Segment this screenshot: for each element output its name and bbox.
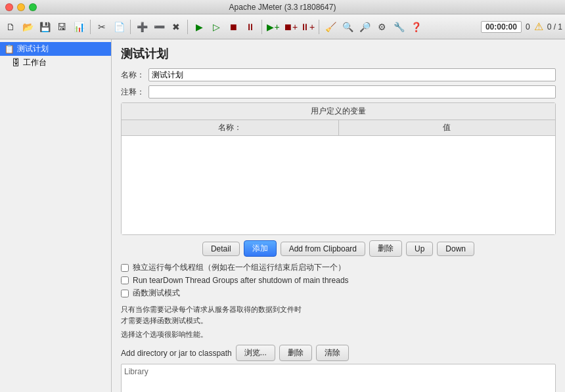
save-button[interactable]: 💾 [37, 19, 53, 35]
cut-button[interactable]: ✂ [94, 19, 110, 35]
name-label: 名称： [121, 70, 145, 81]
page-info: 0 / 1 [547, 22, 562, 32]
sidebar-item-label-workbench: 工作台 [23, 57, 47, 68]
variables-table-body[interactable] [122, 136, 555, 234]
comment-row: 注释： [121, 85, 556, 98]
checkbox-section: 独立运行每个线程组（例如在一个组运行结束后启动下一个） Run tearDown… [121, 262, 556, 299]
page-title: 测试计划 [121, 46, 556, 62]
minimize-button[interactable] [17, 3, 25, 11]
sidebar-item-test-plan[interactable]: 📋 测试计划 [0, 42, 111, 56]
stop-remote-button[interactable]: ⏹+ [282, 19, 298, 35]
clear-classpath-button[interactable]: 清除 [316, 345, 349, 361]
title-bar: Apache JMeter (3.3 r1808647) [0, 0, 565, 14]
new-button[interactable]: 🗋 [3, 19, 18, 35]
test-plan-icon: 📋 [4, 44, 14, 54]
checkbox-row-1: Run tearDown Thread Groups after shutdow… [121, 276, 556, 285]
chart-button[interactable]: 📊 [71, 19, 87, 35]
down-button[interactable]: Down [437, 242, 474, 256]
maximize-button[interactable] [29, 3, 37, 11]
name-row: 名称： [121, 68, 556, 81]
info-line2: 才需要选择函数测试模式。 [121, 316, 208, 324]
clear-button[interactable]: ✖ [168, 19, 184, 35]
broom-button[interactable]: 🧹 [323, 19, 338, 35]
warning-text: 选择这个选项很影响性能。 [121, 330, 556, 339]
add-button[interactable]: ➕ [134, 19, 150, 35]
timer-display: 00:00:00 [481, 21, 522, 33]
separator-1 [90, 20, 91, 34]
col-value-header: 值 [339, 120, 556, 135]
start-no-pauses-button[interactable]: ▷ [208, 19, 224, 35]
functional-test-mode-checkbox[interactable] [121, 290, 129, 297]
run-teardown-label: Run tearDown Thread Groups after shutdow… [133, 276, 349, 285]
variables-section: 用户定义的变量 名称： 值 [121, 102, 556, 235]
window-controls [5, 3, 37, 11]
classpath-label: Add directory or jar to classpath [121, 349, 232, 358]
remove-button[interactable]: ➖ [151, 19, 167, 35]
functional-test-mode-label: 函数测试模式 [133, 288, 180, 299]
separator-2 [130, 20, 131, 34]
tools-button[interactable]: 🔧 [391, 19, 407, 35]
comment-label: 注释： [121, 87, 145, 98]
checkbox-row-2: 函数测试模式 [121, 288, 556, 299]
sidebar: 📋 测试计划 🗄 工作台 [0, 39, 112, 392]
copy-button[interactable]: 📄 [111, 19, 127, 35]
comment-input[interactable] [148, 85, 556, 98]
separator-3 [187, 20, 188, 34]
add-from-clipboard-button[interactable]: Add from Clipboard [281, 242, 365, 256]
main-layout: 📋 测试计划 🗄 工作台 测试计划 名称： 注释： 用户定义的变量 名称： 值 [0, 39, 565, 392]
sidebar-item-workbench[interactable]: 🗄 工作台 [0, 56, 111, 70]
error-count: 0 [526, 22, 530, 32]
open-button[interactable]: 📂 [20, 19, 35, 35]
browse-button[interactable]: 浏览... [236, 345, 275, 361]
library-placeholder: Library [124, 367, 148, 376]
window-title: Apache JMeter (3.3 r1808647) [229, 3, 336, 12]
workbench-icon: 🗄 [12, 58, 20, 68]
up-button[interactable]: Up [406, 242, 433, 256]
start-remote-button[interactable]: ▶+ [265, 19, 281, 35]
start-button[interactable]: ▶ [191, 19, 207, 35]
variables-table-header: 名称： 值 [122, 120, 555, 136]
col-name-header: 名称： [122, 120, 339, 135]
variables-section-header: 用户定义的变量 [122, 103, 555, 120]
independent-thread-groups-checkbox[interactable] [121, 264, 129, 272]
add-var-button[interactable]: 添加 [244, 240, 277, 257]
search2-button[interactable]: 🔍 [340, 19, 355, 35]
sidebar-item-label-test-plan: 测试计划 [17, 43, 49, 54]
plugin-button[interactable]: ⚙ [374, 19, 390, 35]
checkbox-row-0: 独立运行每个线程组（例如在一个组运行结束后启动下一个） [121, 262, 556, 273]
info-text-1: 只有当你需要记录每个请求从服务器取得的数据到文件时 才需要选择函数测试模式。 [121, 304, 556, 326]
close-button[interactable] [5, 3, 13, 11]
toolbar-right: 00:00:00 0 ⚠ 0 / 1 [481, 20, 562, 33]
toolbar: 🗋 📂 💾 🖫 📊 ✂ 📄 ➕ ➖ ✖ ▶ ▷ ⏹ ⏸ ▶+ ⏹+ ⏸+ 🧹 🔍… [0, 14, 565, 39]
delete-var-button[interactable]: 删除 [369, 240, 402, 257]
info-line1: 只有当你需要记录每个请求从服务器取得的数据到文件时 [121, 305, 302, 313]
library-box[interactable]: Library [121, 364, 556, 392]
classpath-row: Add directory or jar to classpath 浏览... … [121, 345, 556, 361]
warning-icon: ⚠ [534, 20, 543, 33]
separator-4 [261, 20, 262, 34]
delete-classpath-button[interactable]: 删除 [279, 345, 312, 361]
help-button[interactable]: ❓ [408, 19, 424, 35]
run-teardown-checkbox[interactable] [121, 276, 129, 284]
shutdown-remote-button[interactable]: ⏸+ [300, 19, 315, 35]
stop-button[interactable]: ⏹ [225, 19, 241, 35]
separator-5 [319, 20, 319, 34]
content-area: 测试计划 名称： 注释： 用户定义的变量 名称： 值 Detail 添加 Add… [112, 39, 565, 392]
save-as-button[interactable]: 🖫 [54, 19, 70, 35]
action-buttons: Detail 添加 Add from Clipboard 删除 Up Down [121, 240, 556, 257]
shutdown-button[interactable]: ⏸ [242, 19, 258, 35]
detail-button[interactable]: Detail [202, 242, 240, 256]
independent-thread-groups-label: 独立运行每个线程组（例如在一个组运行结束后启动下一个） [133, 262, 346, 273]
name-input[interactable] [148, 68, 556, 81]
binoculars-button[interactable]: 🔎 [357, 19, 373, 35]
